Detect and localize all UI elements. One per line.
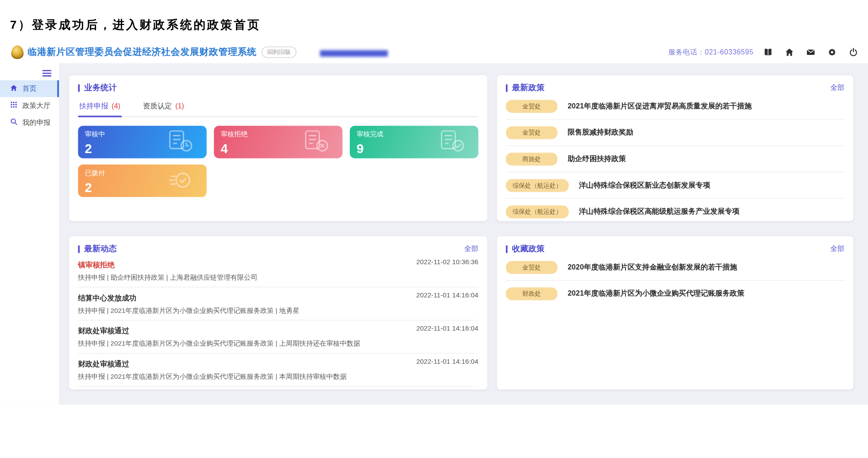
department-tag: 综保处（航运处） bbox=[506, 205, 569, 218]
stat-cards: 审核中 2 审核拒绝 4 bbox=[78, 125, 478, 196]
update-time: 2022-11-01 14:16:04 bbox=[416, 324, 478, 332]
policy-item[interactable]: 金贸处 2021年度临港新片区促进离岸贸易高质量发展的若干措施 bbox=[506, 93, 845, 120]
stat-card-rejected[interactable]: 审核拒绝 4 bbox=[214, 125, 342, 158]
policy-title: 洋山特殊综合保税区高能级航运服务产业发展专项 bbox=[579, 207, 740, 217]
department-tag: 金贸处 bbox=[506, 261, 558, 273]
update-status: 结算中心发放成功 bbox=[78, 293, 136, 303]
sidebar-item-my-applications[interactable]: 我的申报 bbox=[0, 114, 59, 131]
update-time: 2022-11-02 10:36:36 bbox=[416, 258, 478, 266]
department-tag: 综保处（航运处） bbox=[506, 179, 569, 192]
update-detail: 扶持申报 | 2021年度临港新片区为小微企业购买代理记账服务政策 | 上周期扶… bbox=[78, 339, 478, 349]
update-detail: 扶持申报 | 助企纾困扶持政策 | 上海君融供应链管理有限公司 bbox=[78, 273, 478, 282]
page-caption: 7）登录成功后，进入财政系统的政策首页 bbox=[0, 0, 868, 33]
service-phone: 服务电话：021-60336595 bbox=[668, 47, 753, 57]
panel-title: 最新动态 bbox=[84, 243, 117, 254]
panel-title-bar bbox=[506, 245, 508, 253]
update-detail: 扶持申报 | 2021年度临港新片区为小微企业购买代理记账服务政策 | 地勇星 bbox=[78, 306, 478, 316]
update-time: 2022-11-01 14:16:04 bbox=[416, 358, 478, 366]
policy-title: 洋山特殊综合保税区新业态创新发展专项 bbox=[579, 180, 710, 190]
gear-icon[interactable] bbox=[828, 48, 837, 57]
all-link[interactable]: 全部 bbox=[464, 244, 478, 254]
sidebar-item-label: 政策大厅 bbox=[23, 101, 50, 111]
back-to-old-version-button[interactable]: 回到旧版 bbox=[262, 46, 297, 58]
stat-card-disbursed[interactable]: 已拨付 2 bbox=[78, 164, 206, 197]
company-name-masked: ▆▆▆▆▆▆▆▆▆▆▆▆▆▆ bbox=[320, 48, 387, 57]
sidebar-item-policy-hall[interactable]: 政策大厅 bbox=[0, 97, 59, 114]
stats-tabs: 扶持申报 (4) 资质认定 (1) bbox=[78, 100, 478, 117]
policy-item[interactable]: 综保处（航运处） 洋山特殊综合保税区高能级航运服务产业发展专项 bbox=[506, 199, 845, 224]
app-body: 首页 政策大厅 我的申报 bbox=[0, 63, 868, 404]
search-icon bbox=[10, 118, 17, 127]
latest-updates-panel: 最新动态 全部 镇审核拒绝 2022-11-02 10:36:36 扶持申报 |… bbox=[69, 236, 487, 389]
department-tag: 商旅处 bbox=[506, 152, 558, 165]
panel-title-bar bbox=[78, 84, 80, 92]
policy-title: 2021年度临港新片区促进离岸贸易高质量发展的若干措施 bbox=[567, 101, 752, 111]
book-icon[interactable] bbox=[764, 48, 772, 57]
department-tag: 金贸处 bbox=[506, 126, 558, 139]
business-stats-panel: 业务统计 扶持申报 (4) 资质认定 (1) bbox=[69, 75, 487, 221]
update-item[interactable]: 镇审核拒绝 2022-11-02 10:36:36 扶持申报 | 助企纾困扶持政… bbox=[78, 254, 478, 288]
policy-title: 限售股减持财政奖励 bbox=[567, 127, 633, 138]
app-window: 临港新片区管理委员会促进经济社会发展财政管理系统 回到旧版 ▆▆▆▆▆▆▆▆▆▆… bbox=[0, 42, 868, 405]
system-title: 临港新片区管理委员会促进经济社会发展财政管理系统 bbox=[27, 46, 257, 58]
doc-clock-icon bbox=[167, 129, 193, 156]
update-item[interactable]: 申报受理中 2022-10-31 17:21:27 扶持申报 | 临港新片区人力… bbox=[78, 387, 478, 389]
doc-check-icon bbox=[439, 129, 465, 156]
tab-count: (1) bbox=[175, 102, 184, 110]
stat-card-completed[interactable]: 审核完成 9 bbox=[350, 125, 478, 158]
latest-policies-panel: 最新政策 全部 金贸处 2021年度临港新片区促进离岸贸易高质量发展的若干措施 … bbox=[497, 75, 853, 221]
sidebar-item-home[interactable]: 首页 bbox=[0, 80, 59, 97]
update-detail: 扶持申报 | 2021年度临港新片区为小微企业购买代理记账服务政策 | 本周期扶… bbox=[78, 372, 478, 382]
policy-title: 助企纾困扶持政策 bbox=[567, 154, 626, 164]
all-link[interactable]: 全部 bbox=[830, 244, 845, 254]
doc-x-icon bbox=[303, 129, 329, 156]
policy-item[interactable]: 综保处（航运处） 洋山特殊综合保税区新业态创新发展专项 bbox=[506, 172, 845, 199]
update-time: 2022-11-01 14:16:04 bbox=[416, 291, 478, 299]
all-link[interactable]: 全部 bbox=[830, 83, 845, 93]
policy-title: 2020年度临港新片区支持金融业创新发展的若干措施 bbox=[567, 262, 737, 272]
update-status: 财政处审核通过 bbox=[78, 326, 129, 336]
app-logo-icon bbox=[11, 46, 23, 59]
favorite-policies-panel: 收藏政策 全部 金贸处 2020年度临港新片区支持金融业创新发展的若干措施 财政… bbox=[497, 236, 853, 389]
stat-card-reviewing[interactable]: 审核中 2 bbox=[78, 125, 206, 158]
sidebar-item-label: 首页 bbox=[23, 84, 37, 94]
stat-value: 2 bbox=[85, 180, 92, 195]
grid-icon bbox=[10, 101, 17, 110]
update-item[interactable]: 财政处审核通过 2022-11-01 14:16:04 扶持申报 | 2021年… bbox=[78, 320, 478, 354]
app-header: 临港新片区管理委员会促进经济社会发展财政管理系统 回到旧版 ▆▆▆▆▆▆▆▆▆▆… bbox=[0, 42, 868, 63]
policy-title: 2021年度临港新片区为小微企业购买代理记账服务政策 bbox=[567, 289, 744, 299]
department-tag: 财政处 bbox=[506, 287, 558, 300]
power-icon[interactable] bbox=[849, 48, 858, 57]
menu-collapse-icon[interactable] bbox=[0, 65, 59, 80]
tab-count: (4) bbox=[112, 102, 120, 110]
tab-support-declaration[interactable]: 扶持申报 (4) bbox=[78, 100, 121, 117]
panel-title: 业务统计 bbox=[84, 82, 117, 93]
update-status: 财政处审核通过 bbox=[78, 359, 129, 369]
panel-title-bar bbox=[78, 245, 80, 253]
stat-value: 9 bbox=[356, 141, 363, 156]
panel-title-bar bbox=[506, 84, 508, 92]
mail-icon[interactable] bbox=[806, 48, 815, 57]
sidebar-item-label: 我的申报 bbox=[23, 118, 50, 127]
header-actions: 服务电话：021-60336595 bbox=[668, 47, 858, 57]
tab-qualification[interactable]: 资质认定 (1) bbox=[142, 100, 185, 116]
update-status: 镇审核拒绝 bbox=[78, 260, 114, 270]
policy-item[interactable]: 金贸处 2020年度临港新片区支持金融业创新发展的若干措施 bbox=[506, 254, 845, 281]
update-item[interactable]: 结算中心发放成功 2022-11-01 14:16:04 扶持申报 | 2021… bbox=[78, 287, 478, 320]
update-item[interactable]: 财政处审核通过 2022-11-01 14:16:04 扶持申报 | 2021年… bbox=[78, 354, 478, 387]
panel-title: 收藏政策 bbox=[512, 243, 545, 254]
document-page: 7）登录成功后，进入财政系统的政策首页 临港新片区管理委员会促进经济社会发展财政… bbox=[0, 0, 868, 458]
panel-title: 最新政策 bbox=[512, 82, 545, 93]
main-content: 业务统计 扶持申报 (4) 资质认定 (1) bbox=[59, 63, 868, 404]
stat-value: 2 bbox=[85, 141, 92, 156]
policy-item[interactable]: 金贸处 限售股减持财政奖励 bbox=[506, 119, 845, 146]
badge-check-speed-icon bbox=[167, 168, 193, 195]
home-icon[interactable] bbox=[785, 48, 794, 57]
policy-item[interactable]: 财政处 2021年度临港新片区为小微企业购买代理记账服务政策 bbox=[506, 281, 845, 306]
department-tag: 金贸处 bbox=[506, 100, 558, 112]
home-icon bbox=[10, 84, 17, 93]
stat-value: 4 bbox=[220, 141, 228, 156]
policy-item[interactable]: 商旅处 助企纾困扶持政策 bbox=[506, 146, 845, 173]
sidebar: 首页 政策大厅 我的申报 bbox=[0, 63, 59, 404]
